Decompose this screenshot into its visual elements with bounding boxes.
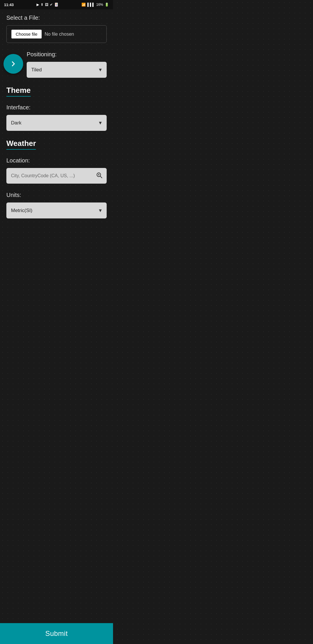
svg-point-2 (98, 174, 99, 175)
units-label: Units: (6, 192, 107, 198)
chevron-right-icon (9, 60, 17, 68)
select-file-section: Select a File: Choose file No file chose… (6, 15, 107, 43)
weather-section: Weather Location: Units: Metric(SI) Impe… (6, 139, 107, 218)
units-select-wrapper: Metric(SI) Imperial Standard ▼ (6, 202, 107, 218)
no-file-text: No file chosen (45, 32, 74, 37)
svg-line-1 (100, 176, 102, 178)
status-icons: ▶ ⬆ 🖼 ✔ 🃏 (37, 3, 59, 7)
location-label: Location: (6, 157, 107, 164)
card-icon: 🃏 (54, 3, 59, 7)
weather-heading: Weather (6, 139, 36, 150)
interface-select[interactable]: Dark Light Auto (6, 115, 107, 131)
positioning-select-wrapper: Tiled Centered Stretched Scaled ▼ (27, 62, 107, 78)
positioning-label: Positioning: (27, 51, 107, 58)
positioning-select[interactable]: Tiled Centered Stretched Scaled (27, 62, 107, 78)
status-bar: 11:43 ▶ ⬆ 🖼 ✔ 🃏 📶 ▌▌▌ 16% 🔋 (0, 0, 113, 9)
status-right: 📶 ▌▌▌ 16% 🔋 (81, 3, 109, 7)
interface-label: Interface: (6, 104, 107, 111)
theme-heading: Theme (6, 86, 31, 97)
signal-icon: ▌▌▌ (87, 3, 95, 7)
location-input[interactable] (6, 168, 107, 184)
theme-section: Theme Interface: Dark Light Auto ▼ (6, 86, 107, 131)
select-file-label: Select a File: (6, 15, 107, 21)
interface-select-wrapper: Dark Light Auto ▼ (6, 115, 107, 131)
search-pin-icon (96, 172, 103, 179)
location-input-wrapper (6, 168, 107, 184)
image-icon: 🖼 (45, 3, 48, 7)
wifi-icon: 📶 (81, 3, 86, 7)
battery-icon: 🔋 (105, 3, 109, 7)
units-select[interactable]: Metric(SI) Imperial Standard (6, 202, 107, 218)
check-icon: ✔ (50, 3, 53, 7)
choose-file-button[interactable]: Choose file (11, 30, 42, 39)
positioning-section: Positioning: Tiled Centered Stretched Sc… (6, 51, 107, 78)
main-content: Select a File: Choose file No file chose… (0, 9, 113, 256)
battery-text: 16% (96, 3, 103, 7)
status-time: 11:43 (4, 3, 14, 7)
location-search-button[interactable] (96, 172, 103, 180)
next-button[interactable] (3, 54, 23, 74)
file-input-area: Choose file No file chosen (6, 25, 107, 43)
upload-icon: ⬆ (41, 3, 43, 7)
play-icon: ▶ (37, 3, 39, 7)
